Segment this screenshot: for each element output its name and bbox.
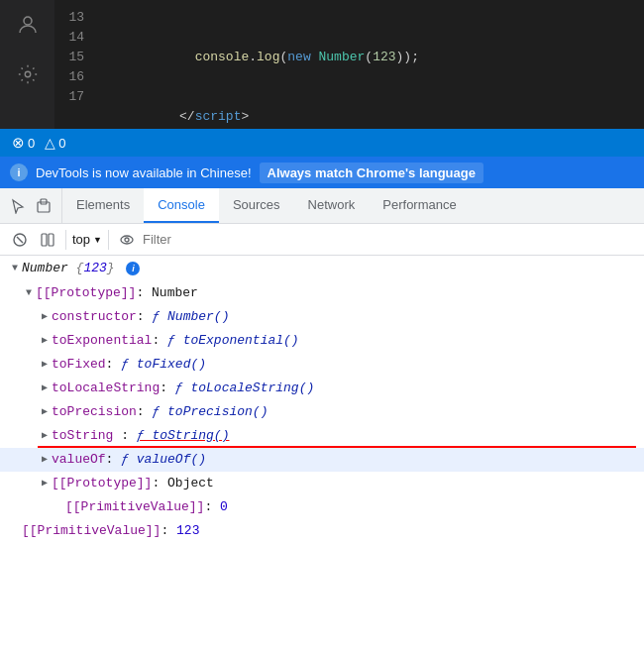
expand-button[interactable] [36,228,59,252]
to-fixed-label: toFixed: ƒ toFixed() [52,355,206,375]
top-selector[interactable]: top ▼ [72,232,102,247]
clear-console-button[interactable] [8,228,32,252]
expand-arrow-tolocale[interactable]: ▶ [38,379,52,398]
svg-point-1 [25,71,31,77]
info-bar: i DevTools is now available in Chinese! … [0,157,644,188]
proto-number-label: [[Prototype]]: Number [36,283,198,303]
expand-arrow-proto-obj[interactable]: ▶ [38,474,52,493]
svg-point-0 [24,17,32,25]
expand-arrow-valueof[interactable]: ▶ [38,450,52,470]
warning-count: 0 [58,136,65,151]
proto-object-label: [[Prototype]]: Object [52,474,214,493]
code-content: console.log(new Number(123)); </script> … [94,0,419,129]
devtools-tabs: Elements Console Sources Network Perform… [0,188,644,224]
constructor-label: constructor: ƒ Number() [52,307,229,327]
primitive-value-123-row: [[PrimitiveValue]]: 123 [0,519,644,543]
to-precision-label: toPrecision: ƒ toPrecision() [52,402,268,422]
svg-rect-6 [42,234,47,246]
code-editor: 13 14 15 16 17 console.log(new Number(12… [54,0,644,129]
to-locale-string-label: toLocaleString: ƒ toLocaleString() [52,379,314,398]
tab-network[interactable]: Network [294,188,370,223]
expand-arrow-toprecision[interactable]: ▶ [38,402,52,422]
cursor-icon[interactable] [8,196,28,216]
status-bar: ⊗ 0 △ 0 [0,129,644,157]
info-circle-icon: i [10,163,28,181]
tab-sources[interactable]: Sources [219,188,294,223]
tab-performance[interactable]: Performance [369,188,470,223]
code-line-13 [102,8,419,28]
svg-point-8 [121,236,133,244]
warning-icon: △ [45,135,55,151]
to-string-row[interactable]: ▶ toString : ƒ toString() [0,424,644,448]
expand-arrow-proto[interactable]: ▼ [22,283,36,303]
always-match-button[interactable]: Always match Chrome's language [260,163,483,183]
line-numbers: 13 14 15 16 17 [54,0,94,129]
to-exponential-label: toExponential: ƒ toExponential() [52,331,299,351]
primitive-123-label: [[PrimitiveValue]]: 123 [22,521,199,541]
window-icon[interactable] [34,196,54,216]
error-count: 0 [28,136,35,151]
info-message: DevTools is now available in Chinese! [36,165,252,180]
value-of-row[interactable]: ▶ valueOf: ƒ valueOf() [0,448,644,472]
expand-arrow-constructor[interactable]: ▶ [38,307,52,327]
value-of-label: valueOf: ƒ valueOf() [52,450,206,470]
svg-rect-7 [49,234,54,246]
code-line-14: console.log(new Number(123)); [102,28,419,87]
primitive-value-0-row: [[PrimitiveValue]]: 0 [0,495,644,519]
expand-arrow-tostring[interactable]: ▶ [38,426,52,446]
to-fixed-row[interactable]: ▶ toFixed: ƒ toFixed() [0,353,644,377]
to-precision-row[interactable]: ▶ toPrecision: ƒ toPrecision() [0,400,644,424]
to-string-label: toString : ƒ toString() [52,426,229,446]
sidebar-left [0,0,54,129]
filter-input[interactable] [143,232,636,247]
object-label: Number {123} i [22,259,140,278]
warning-indicator: △ 0 [45,135,65,151]
info-badge[interactable]: i [126,262,140,275]
expand-arrow-root[interactable]: ▼ [8,259,22,278]
proto-object-row[interactable]: ▶ [[Prototype]]: Object [0,472,644,495]
tab-console[interactable]: Console [144,188,219,223]
prototype-number-row[interactable]: ▼ [[Prototype]]: Number [0,281,644,305]
dropdown-arrow-icon: ▼ [93,235,102,245]
eye-icon-button[interactable] [115,228,139,252]
console-toolbar: top ▼ [0,224,644,256]
constructor-row[interactable]: ▶ constructor: ƒ Number() [0,305,644,329]
svg-line-5 [17,237,23,243]
svg-point-9 [125,238,129,242]
error-icon: ⊗ [12,134,25,152]
settings-icon[interactable] [13,59,43,89]
expand-arrow-tofixed[interactable]: ▶ [38,355,52,375]
to-locale-string-row[interactable]: ▶ toLocaleString: ƒ toLocaleString() [0,377,644,400]
console-output: ▼ Number {123} i ▼ [[Prototype]]: Number… [0,256,644,653]
tab-elements[interactable]: Elements [62,188,144,223]
error-indicator: ⊗ 0 [12,134,35,152]
expand-arrow-toexp[interactable]: ▶ [38,331,52,351]
to-exponential-row[interactable]: ▶ toExponential: ƒ toExponential() [0,329,644,353]
console-object-root[interactable]: ▼ Number {123} i [0,256,644,281]
top-label: top [72,232,90,247]
primitive-0-label: [[PrimitiveValue]]: 0 [65,497,228,517]
user-icon[interactable] [13,10,43,40]
code-line-15: </script> [102,87,419,129]
